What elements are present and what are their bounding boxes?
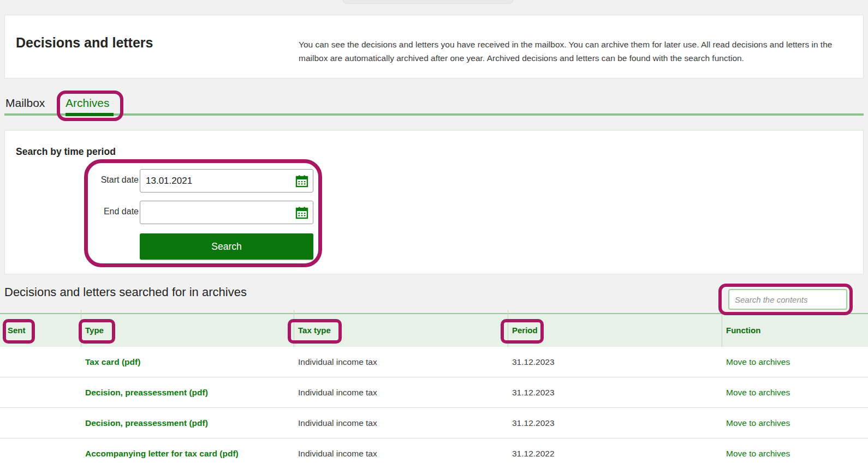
search-button[interactable]: Search	[140, 233, 313, 260]
column-divider	[508, 310, 508, 348]
tab-archives[interactable]: Archives	[66, 97, 110, 110]
search-panel: Search by time period Start date End dat…	[4, 129, 864, 274]
document-link[interactable]: Decision, preassessment (pdf)	[85, 377, 208, 408]
end-date-input[interactable]	[140, 201, 313, 224]
search-panel-title: Search by time period	[16, 146, 116, 158]
start-date-input[interactable]	[140, 169, 313, 193]
document-link[interactable]: Accompanying letter for tax card (pdf)	[85, 438, 239, 463]
cell-tax-type: Individual income tax	[298, 408, 377, 438]
active-tab-underline	[66, 113, 114, 116]
column-divider	[722, 310, 722, 348]
column-header-type: Type	[85, 326, 104, 335]
move-to-archives-link[interactable]: Move to archives	[726, 377, 790, 408]
table-row: Accompanying letter for tax card (pdf) I…	[0, 438, 868, 463]
table-header: Sent Type Tax type Period Function	[0, 313, 868, 347]
header-card: Decisions and letters You can see the de…	[4, 15, 864, 79]
document-link[interactable]: Decision, preassessment (pdf)	[85, 408, 208, 438]
column-header-tax-type: Tax type	[298, 326, 331, 335]
calendar-icon[interactable]	[295, 175, 308, 188]
calendar-icon[interactable]	[295, 206, 308, 219]
tabs-underline	[4, 113, 864, 116]
cell-tax-type: Individual income tax	[298, 438, 377, 463]
cell-period: 31.12.2023	[512, 377, 555, 408]
table-row: Tax card (pdf) Individual income tax 31.…	[0, 347, 868, 377]
column-header-period: Period	[512, 326, 538, 335]
table-row: Decision, preassessment (pdf) Individual…	[0, 377, 868, 408]
table-body: Tax card (pdf) Individual income tax 31.…	[0, 347, 868, 463]
column-divider	[294, 310, 294, 348]
cell-period: 31.12.2023	[512, 408, 555, 438]
results-title: Decisions and letters searched for in ar…	[4, 285, 247, 299]
move-to-archives-link[interactable]: Move to archives	[726, 438, 790, 463]
document-link[interactable]: Tax card (pdf)	[85, 347, 140, 377]
column-header-sent: Sent	[8, 326, 26, 335]
cell-tax-type: Individual income tax	[298, 347, 377, 377]
page-title: Decisions and letters	[16, 35, 153, 51]
cell-tax-type: Individual income tax	[298, 377, 377, 408]
column-divider	[81, 310, 81, 348]
cell-period: 31.12.2022	[512, 438, 555, 463]
end-date-label: End date	[81, 207, 139, 217]
search-contents-input[interactable]	[728, 289, 847, 310]
scrolled-element-fragment	[343, 0, 513, 4]
start-date-label: Start date	[81, 175, 139, 185]
column-header-function: Function	[726, 326, 760, 335]
move-to-archives-link[interactable]: Move to archives	[726, 408, 790, 438]
cell-period: 31.12.2023	[512, 347, 555, 377]
page: Decisions and letters You can see the de…	[0, 0, 868, 463]
page-description: You can see the decisions and letters yo…	[299, 38, 836, 65]
move-to-archives-link[interactable]: Move to archives	[726, 347, 790, 377]
tab-mailbox[interactable]: Mailbox	[5, 97, 45, 110]
table-row: Decision, preassessment (pdf) Individual…	[0, 408, 868, 438]
